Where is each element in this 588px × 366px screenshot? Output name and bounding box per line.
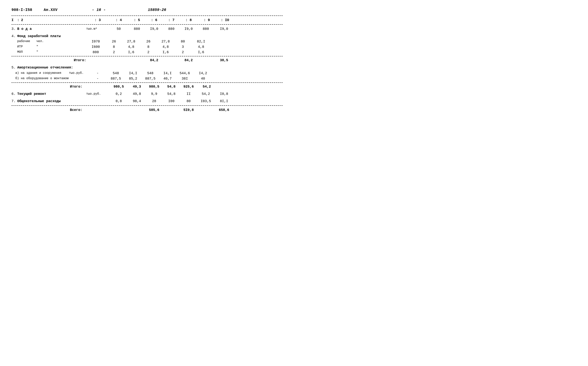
row4-sub2-c7: I,6 <box>157 50 174 54</box>
itogo5-c9: 54,2 <box>197 85 216 89</box>
header-divider <box>11 24 283 25</box>
ref-number: 15859-26 <box>148 8 166 12</box>
row7-c6: I00 <box>163 99 180 103</box>
row-tekrem: 6. Текущий ремонт тыо.руб. 0,2 49,8 9,9 … <box>11 91 283 97</box>
header: 908-I-I58 Ан.XXV - 16 - 15859-26 <box>11 8 283 12</box>
row5-sub1-c5: 85,2 <box>124 77 142 81</box>
row-vsego: Всего: 585,6 5I0,8 658,6 <box>11 107 283 113</box>
row7-c8: I03,5 <box>197 99 215 103</box>
row4-sub0: рабочие чел. I070 26 27,8 26 27,8 80 82,… <box>17 39 283 44</box>
row4-num: 4. <box>11 34 17 38</box>
row7-label: Общекотельные расходы <box>17 99 86 103</box>
row4-header: 4. Фонд заработной платы <box>11 33 283 39</box>
row5-label: Амортизационные отчисления: <box>17 66 113 69</box>
row5-sub1-c7: 40,7 <box>159 77 176 81</box>
appendix: Ан.XXV <box>44 8 57 12</box>
row4-sub0-c8: 80 <box>174 40 191 43</box>
vsego-c9: 658,6 <box>215 108 234 112</box>
row5-sub0-unit: тыо.руб. <box>69 71 88 75</box>
row7-num: 7. <box>11 99 17 103</box>
row5-sub1-label: б) на оборудование о монтажом <box>15 77 69 80</box>
row5-sub0: а) на здания и сооружения тыо.руб. - 548… <box>15 70 283 76</box>
row5-sub0-c9: I4,2 <box>193 71 213 75</box>
row4-sub1-c7: 4,8 <box>157 45 174 49</box>
vsego-c5: 585,6 <box>145 108 163 112</box>
row3-c5: I9,0 <box>145 27 163 31</box>
row3-c9: I9,0 <box>215 27 234 31</box>
row4-sub1: ИТР " I600 8 4,8 8 4,8 3 4,8 <box>17 44 283 50</box>
itogo4-c9: 38,5 <box>215 58 234 62</box>
row4-sub0-c6: 26 <box>140 40 157 43</box>
row4-sub2-unit: " <box>36 50 86 54</box>
row4-sub2-c6: 2 <box>140 50 157 54</box>
row5-sub0-label: а) на здания и сооружения <box>15 71 69 75</box>
row-itogo4: Итого: 84,2 84,2 38,5 <box>11 58 283 63</box>
row4-sub2: МОП " 800 2 I,6 2 I,6 2 I,6 <box>17 50 283 55</box>
row7-c3: 0,8 <box>109 99 128 103</box>
row-itogo5: Итого: 980,5 49,3 980,5 54,8 925,6 54,2 <box>11 84 283 89</box>
row5-sub1: б) на оборудование о монтажом - 887,5 85… <box>15 76 283 81</box>
col8-header: : 8 <box>180 18 197 22</box>
row5-sub1-c8: 38I <box>176 77 193 81</box>
col10-header: : IO <box>216 18 234 22</box>
col7-header: : 7 <box>163 18 180 22</box>
row4-sub0-c5: 27,8 <box>123 40 140 43</box>
row3-c7: I9,0 <box>180 27 197 31</box>
row4-sub2-c9: I,6 <box>191 50 211 54</box>
row6-label: Текущий ремонт <box>17 92 86 96</box>
row-fond: 4. Фонд заработной платы рабочие чел. I0… <box>11 33 283 55</box>
row-obshch: 7. Общекотельные расходы 0,8 98,4 28 I00… <box>11 99 283 104</box>
row4-sub1-unit: " <box>36 45 86 48</box>
divider-itogo5 <box>11 82 283 83</box>
row4-sub0-label: рабочие <box>17 40 36 43</box>
row3-unit: тыо.м³ <box>86 27 109 30</box>
col-sep1: : <box>17 18 21 22</box>
itogo5-c5: 49,3 <box>128 85 145 89</box>
row7-c4: 98,4 <box>128 99 145 103</box>
row4-sub0-c4: 26 <box>105 40 123 43</box>
page-number: - 16 - <box>92 8 106 12</box>
row4-sub2-label: МОП <box>17 50 36 54</box>
row7-c7: 80 <box>180 99 197 103</box>
row4-sub1-label: ИТР <box>17 45 36 48</box>
col3-header: : 3 <box>86 18 109 22</box>
itogo5-c7: 54,8 <box>163 85 180 89</box>
divider-vsego <box>11 105 283 106</box>
col1-header: I <box>11 18 17 22</box>
row4-sub2-c4: 2 <box>105 50 123 54</box>
row6-c8: 54,2 <box>197 92 215 96</box>
row4-sub1-c4: 8 <box>105 45 123 49</box>
row3-num: 3. <box>11 27 17 31</box>
row7-c5: 28 <box>145 99 163 103</box>
row5-sub1-c6: 887,5 <box>142 77 159 81</box>
col6-header: : 6 <box>145 18 163 22</box>
row5-sub0-c4: 548 <box>107 71 124 75</box>
row5-sub0-c5: I4,I <box>124 71 142 75</box>
itogo4-label: Итого: <box>11 58 86 62</box>
col4-header: : 4 <box>109 18 128 22</box>
row3-label: В о д а <box>17 27 86 31</box>
row4-sub2-c3: 800 <box>86 50 105 54</box>
row4-sub0-c3: I070 <box>86 40 105 43</box>
row3-c3: 50 <box>109 27 128 31</box>
row4-sub0-c9: 82,I <box>191 40 211 43</box>
row6-num: 6. <box>11 92 17 96</box>
row7-c9: 8I,I <box>215 99 234 103</box>
row6-c5: 9,9 <box>145 92 163 96</box>
row6-c9: I0,8 <box>215 92 234 96</box>
row6-unit: тыо.руб. <box>86 92 109 96</box>
row6-c6: 54,8 <box>163 92 180 96</box>
itogo5-c6: 980,5 <box>145 85 163 89</box>
col2-header: 2 <box>21 18 86 22</box>
col9-header: : 9 <box>197 18 216 22</box>
row5-num: 5. <box>11 66 17 69</box>
row4-label: Фонд заработной платы <box>17 34 86 38</box>
divider-itogo4 <box>11 56 283 56</box>
row5-sub0-c3: - <box>88 71 107 75</box>
col5-header: : 5 <box>128 18 145 22</box>
row4-sub2-c8: 2 <box>174 50 191 54</box>
row5-sub0-c6: 548 <box>142 71 159 75</box>
doc-number: 908-I-I58 <box>11 8 32 12</box>
row4-sub0-unit: чел. <box>36 40 86 43</box>
itogo5-c4: 980,5 <box>109 85 128 89</box>
